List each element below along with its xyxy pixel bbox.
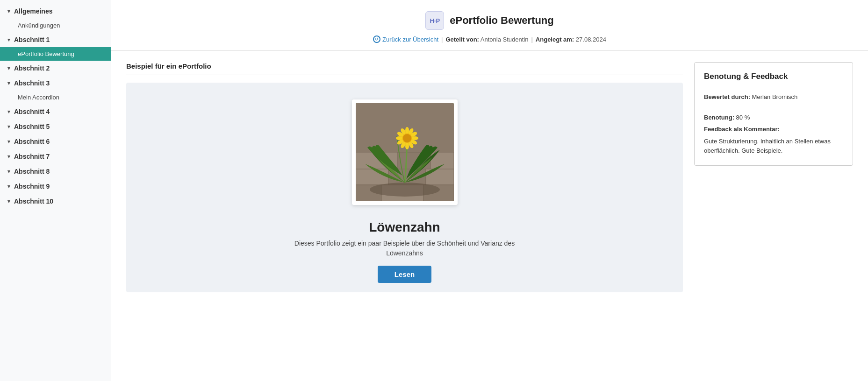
sidebar-section-abschnitt1: ▾Abschnitt 1ePortfolio Bewertung	[0, 32, 111, 61]
reviewer-value: Merlan Bromisch	[752, 93, 798, 100]
sidebar-section-header-abschnitt4[interactable]: ▾Abschnitt 4	[0, 104, 111, 119]
breadcrumb: ↺ Zurück zur Übersicht | Geteilt von: An…	[373, 35, 606, 43]
svg-point-13	[405, 127, 409, 134]
sidebar-section-header-allgemeines[interactable]: ▾Allgemeines	[0, 4, 111, 19]
svg-rect-1	[356, 169, 388, 185]
portfolio-content: Beispiel für ein ePortfolio	[126, 62, 683, 292]
chevron-icon: ▾	[7, 154, 10, 160]
sidebar-item-eportfolio-bewertung[interactable]: ePortfolio Bewertung	[0, 47, 111, 61]
svg-point-10	[370, 183, 440, 197]
feedback-panel-title: Benotung & Feedback	[704, 72, 843, 86]
sidebar-section-label: Abschnitt 6	[14, 138, 50, 145]
reviewer-row: Bewertet durch: Merlan Bromisch	[704, 92, 843, 102]
sidebar-section-header-abschnitt10[interactable]: ▾Abschnitt 10	[0, 194, 111, 209]
sidebar-section-header-abschnitt8[interactable]: ▾Abschnitt 8	[0, 164, 111, 179]
comment-label-row: Feedback als Kommentar:	[704, 125, 843, 134]
created-value: 27.08.2024	[576, 36, 606, 43]
main-content: H·P ePortfolio Bewertung ↺ Zurück zur Üb…	[111, 0, 868, 381]
svg-point-16	[412, 136, 418, 140]
shared-by-label: Geteilt von: Antonia Studentin	[445, 36, 528, 43]
portfolio-description: Dieses Portfolio zeigt ein paar Beispiel…	[288, 239, 522, 258]
feedback-panel: Benotung & Feedback Bewertet durch: Merl…	[694, 62, 853, 166]
chevron-icon: ▾	[7, 169, 10, 175]
sidebar-section-label: Abschnitt 1	[14, 36, 50, 43]
sidebar-section-label: Abschnitt 3	[14, 79, 50, 87]
sidebar-item-ankuendigungen[interactable]: Ankündigungen	[0, 19, 111, 32]
chevron-icon: ▾	[7, 80, 10, 86]
chevron-icon: ▾	[7, 139, 10, 145]
comment-text: Gute Strukturierung. Inhaltlich an Stell…	[704, 137, 843, 156]
grade-value: 80 %	[736, 114, 750, 121]
sidebar-section-header-abschnitt7[interactable]: ▾Abschnitt 7	[0, 149, 111, 164]
plant-title: Löwenzahn	[369, 220, 440, 235]
portfolio-image-card	[352, 99, 458, 205]
sidebar-section-label: Abschnitt 9	[14, 183, 50, 190]
sidebar-section-header-abschnitt1[interactable]: ▾Abschnitt 1	[0, 32, 111, 47]
portfolio-card: Löwenzahn Dieses Portfolio zeigt ein paa…	[126, 83, 683, 292]
sidebar-section-label: Abschnitt 4	[14, 108, 50, 115]
chevron-icon: ▾	[7, 37, 10, 43]
chevron-icon: ▾	[7, 109, 10, 115]
sidebar-section-label: Abschnitt 10	[14, 198, 53, 205]
sidebar-section-abschnitt7: ▾Abschnitt 7	[0, 149, 111, 164]
page-icon: H·P	[425, 11, 444, 30]
shared-by-value: Antonia Studentin	[481, 36, 529, 43]
sidebar-section-abschnitt9: ▾Abschnitt 9	[0, 179, 111, 194]
back-icon: ↺	[373, 35, 380, 43]
sidebar-section-header-abschnitt5[interactable]: ▾Abschnitt 5	[0, 119, 111, 134]
page-title: ePortfolio Bewertung	[450, 14, 553, 27]
sidebar: ▾AllgemeinesAnkündigungen▾Abschnitt 1ePo…	[0, 0, 111, 381]
chevron-icon: ▾	[7, 65, 10, 71]
grade-row: Benotung: 80 %	[704, 113, 843, 122]
sidebar-section-allgemeines: ▾AllgemeinesAnkündigungen	[0, 4, 111, 32]
sidebar-section-label: Abschnitt 2	[14, 64, 50, 72]
sidebar-item-mein-accordion[interactable]: Mein Accordion	[0, 91, 111, 104]
sidebar-section-label: Allgemeines	[14, 7, 52, 15]
sidebar-section-abschnitt2: ▾Abschnitt 2	[0, 61, 111, 76]
sidebar-section-label: Abschnitt 5	[14, 123, 50, 130]
sidebar-section-label: Abschnitt 7	[14, 153, 50, 160]
sidebar-section-header-abschnitt9[interactable]: ▾Abschnitt 9	[0, 179, 111, 194]
sidebar-section-abschnitt5: ▾Abschnitt 5	[0, 119, 111, 134]
svg-point-22	[396, 136, 402, 140]
chevron-icon: ▾	[7, 183, 10, 190]
back-link[interactable]: ↺ Zurück zur Übersicht	[373, 35, 438, 43]
sidebar-section-label: Abschnitt 8	[14, 168, 50, 175]
sidebar-section-header-abschnitt3[interactable]: ▾Abschnitt 3	[0, 76, 111, 91]
page-header: H·P ePortfolio Bewertung ↺ Zurück zur Üb…	[111, 0, 868, 51]
chevron-icon: ▾	[7, 124, 10, 130]
content-area: Beispiel für ein ePortfolio	[111, 51, 868, 303]
sidebar-section-abschnitt4: ▾Abschnitt 4	[0, 104, 111, 119]
sidebar-section-abschnitt8: ▾Abschnitt 8	[0, 164, 111, 179]
portfolio-section-title: Beispiel für ein ePortfolio	[126, 62, 683, 75]
svg-point-19	[405, 143, 409, 149]
created-label: Angelegt am: 27.08.2024	[536, 36, 606, 43]
sidebar-section-abschnitt3: ▾Abschnitt 3Mein Accordion	[0, 76, 111, 104]
chevron-icon: ▾	[7, 198, 10, 205]
chevron-icon: ▾	[7, 8, 10, 14]
read-button[interactable]: Lesen	[378, 266, 431, 283]
sidebar-section-abschnitt10: ▾Abschnitt 10	[0, 194, 111, 209]
sidebar-section-header-abschnitt6[interactable]: ▾Abschnitt 6	[0, 134, 111, 149]
svg-point-25	[403, 134, 411, 142]
sidebar-section-header-abschnitt2[interactable]: ▾Abschnitt 2	[0, 61, 111, 76]
sidebar-section-abschnitt6: ▾Abschnitt 6	[0, 134, 111, 149]
portfolio-image	[356, 103, 454, 201]
